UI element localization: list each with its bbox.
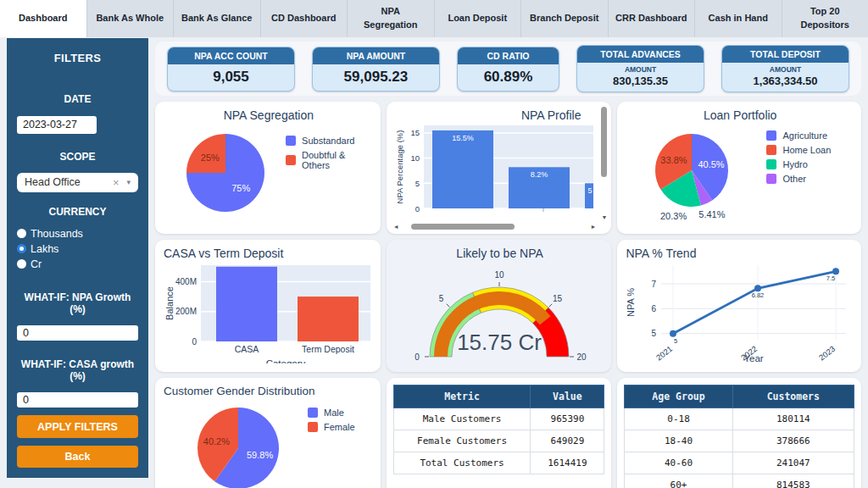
column-header-metric: Metric bbox=[393, 385, 531, 408]
legend-label: Home Loan bbox=[782, 145, 831, 155]
kpi-value: 60.89% bbox=[458, 64, 559, 91]
npa-segregation-legend: SubstandardDoubtful & Others bbox=[286, 136, 374, 170]
whatif-casa-input[interactable] bbox=[17, 392, 138, 408]
npa-trend-title: NPA % Trend bbox=[626, 247, 854, 260]
table-row: Male Customers965390 bbox=[393, 408, 604, 430]
legend-item-home-loan[interactable]: Home Loan bbox=[766, 145, 831, 155]
hscroll-thumb[interactable] bbox=[411, 224, 515, 230]
tab-branch-deposit[interactable]: Branch Deposit bbox=[521, 0, 609, 37]
back-button[interactable]: Back bbox=[17, 446, 138, 468]
legend-swatch bbox=[308, 422, 318, 432]
data-point-2022 bbox=[754, 285, 761, 291]
radio-dot-icon[interactable] bbox=[17, 244, 26, 253]
data-point-2021 bbox=[670, 330, 676, 337]
svg-text:10: 10 bbox=[494, 269, 504, 279]
column-header-customers: Customers bbox=[732, 385, 854, 408]
radio-lakhs[interactable]: Lakhs bbox=[17, 243, 138, 255]
apply-filters-button[interactable]: APPLY FILTERS bbox=[17, 415, 138, 437]
customer-metrics-table-card: MetricValueMale Customers965390Female Cu… bbox=[387, 378, 612, 488]
svg-text:0: 0 bbox=[192, 336, 197, 346]
svg-text:200M: 200M bbox=[175, 307, 197, 316]
date-label: DATE bbox=[17, 93, 138, 105]
scope-selected-value: Head Office bbox=[25, 176, 81, 188]
svg-text:6: 6 bbox=[652, 304, 657, 313]
tab-bank-as-glance[interactable]: Bank As Glance bbox=[174, 0, 261, 37]
casa-term-title: CASA vs Term Deposit bbox=[164, 247, 374, 260]
kpi-value: 9,055 bbox=[168, 64, 294, 91]
bar-term-deposit bbox=[298, 297, 359, 341]
loan-portfolio-card: Loan Portfolio 40.5%5.41%20.3%33.8% Agri… bbox=[617, 102, 861, 234]
radio-cr[interactable]: Cr bbox=[17, 258, 138, 270]
legend-item-substandard[interactable]: Substandard bbox=[286, 136, 374, 146]
npa-profile-bar-chart: 051015NPA Percentage (%)15.5%8.2%5 bbox=[393, 122, 593, 220]
tab-cd-dashboard[interactable]: CD Dashboard bbox=[261, 0, 348, 37]
scroll-left-icon[interactable]: ◄ bbox=[393, 224, 399, 230]
table-row: 40-60241047 bbox=[625, 452, 854, 474]
legend-swatch bbox=[308, 408, 318, 418]
npa-profile-title: NPA Profile bbox=[395, 108, 605, 122]
tab-npa-segregation[interactable]: NPA Segregation bbox=[348, 0, 435, 37]
svg-text:10: 10 bbox=[410, 153, 420, 163]
pie-label: 59.8% bbox=[247, 450, 273, 460]
npa-segregation-card: NPA Segregation 75%25% SubstandardDoubtf… bbox=[155, 102, 381, 234]
vertical-scrollbar[interactable]: ▼ bbox=[599, 107, 609, 220]
tab-dashboard[interactable]: Dashboard bbox=[0, 0, 87, 37]
whatif-npa-input[interactable] bbox=[17, 325, 138, 341]
kpi-total-deposit: TOTAL DEPOSITAMOUNT1,363,334.50 bbox=[721, 45, 849, 92]
main-layout: FILTERS DATE SCOPE Head Office × ▾ CURRE… bbox=[0, 37, 868, 488]
tab-crr-dashboard[interactable]: CRR Dashboard bbox=[609, 0, 696, 37]
radio-dot-icon[interactable] bbox=[17, 259, 26, 269]
legend-item-agriculture[interactable]: Agriculture bbox=[766, 130, 831, 141]
table-cell: 649029 bbox=[531, 430, 604, 452]
legend-item-hydro[interactable]: Hydro bbox=[766, 159, 831, 169]
horizontal-scrollbar[interactable]: ◄ ► bbox=[393, 222, 597, 231]
scroll-down-icon[interactable]: ▼ bbox=[601, 214, 607, 220]
svg-text:6.82: 6.82 bbox=[752, 291, 765, 299]
date-input[interactable] bbox=[17, 116, 97, 134]
table-cell: Total Customers bbox=[393, 452, 531, 474]
kpi-title: NPA ACC COUNT bbox=[168, 47, 294, 64]
clear-icon[interactable]: × bbox=[113, 176, 120, 189]
currency-label: CURRENCY bbox=[17, 206, 138, 218]
x-axis-title: Category bbox=[266, 358, 306, 363]
tab-top-20-depositors[interactable]: Top 20 Depositors bbox=[782, 0, 868, 37]
legend-item-other[interactable]: Other bbox=[766, 174, 831, 184]
tab-loan-deposit[interactable]: Loan Deposit bbox=[435, 0, 522, 37]
tab-bank-as-whole[interactable]: Bank As Whole bbox=[87, 0, 175, 37]
table-cell: 241047 bbox=[732, 452, 854, 474]
npa-profile-card: NPA Profile 051015NPA Percentage (%)15.5… bbox=[387, 102, 612, 234]
y-axis-title: Balance bbox=[164, 286, 175, 320]
legend-item-male[interactable]: Male bbox=[308, 408, 355, 418]
table-cell: 814583 bbox=[732, 474, 854, 488]
table-cell: 60+ bbox=[625, 474, 732, 488]
legend-item-doubtful-others[interactable]: Doubtful & Others bbox=[286, 150, 374, 170]
legend-label: Doubtful & Others bbox=[302, 150, 374, 170]
legend-label: Other bbox=[782, 174, 806, 184]
svg-text:2023: 2023 bbox=[817, 344, 837, 363]
legend-swatch bbox=[766, 159, 776, 169]
scroll-right-icon[interactable]: ► bbox=[591, 224, 597, 230]
table-cell: 965390 bbox=[531, 408, 604, 430]
vscroll-thumb[interactable] bbox=[601, 107, 607, 177]
radio-thousands[interactable]: Thousands bbox=[17, 228, 138, 240]
legend-item-female[interactable]: Female bbox=[308, 422, 355, 432]
svg-text:0: 0 bbox=[415, 352, 420, 361]
tab-cash-in-hand[interactable]: Cash in Hand bbox=[695, 0, 782, 37]
filters-sidebar: FILTERS DATE SCOPE Head Office × ▾ CURRE… bbox=[7, 38, 148, 478]
npa-trend-card: NPA % Trend 56756.827.5202120222023YearN… bbox=[617, 240, 861, 372]
y-axis-title: NPA Percentage (%) bbox=[395, 130, 404, 204]
kpi-title: NPA AMOUNT bbox=[313, 47, 439, 64]
chevron-down-icon[interactable]: ▾ bbox=[126, 178, 131, 186]
scope-select[interactable]: Head Office × ▾ bbox=[17, 173, 138, 192]
table-cell: 0-18 bbox=[625, 408, 732, 430]
svg-text:2021: 2021 bbox=[654, 344, 674, 363]
svg-text:5: 5 bbox=[415, 179, 419, 188]
svg-text:15.5%: 15.5% bbox=[452, 134, 474, 142]
npa-trend-line-chart: 56756.827.5202120222023YearNPA % bbox=[624, 260, 851, 363]
whatif-casa-label: WHAT-IF: CASA growth (%) bbox=[17, 358, 138, 382]
radio-dot-icon[interactable] bbox=[17, 229, 26, 238]
svg-text:0: 0 bbox=[415, 204, 419, 214]
gender-pie-chart: 59.8%40.2% bbox=[162, 397, 308, 488]
kpi-title: TOTAL DEPOSIT bbox=[722, 46, 849, 63]
radio-label: Lakhs bbox=[31, 243, 58, 255]
